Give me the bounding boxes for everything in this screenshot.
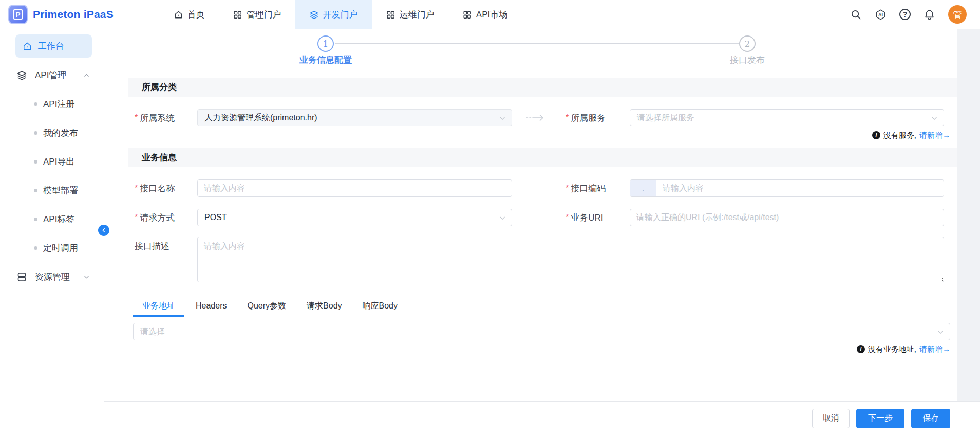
row-method-uri: * 请求方式 POST * 业务URI bbox=[128, 209, 957, 226]
step-2-circle: 2 bbox=[739, 35, 756, 52]
search-icon[interactable] bbox=[850, 9, 862, 21]
nav-item-api-market[interactable]: API市场 bbox=[448, 0, 521, 29]
sidebar-group-label: API管理 bbox=[35, 69, 66, 81]
required-mark: * bbox=[135, 113, 138, 122]
cancel-button[interactable]: 取消 bbox=[812, 409, 850, 428]
api-code-input[interactable] bbox=[656, 180, 944, 196]
sidebar-item-label: API导出 bbox=[43, 156, 74, 168]
chevron-down-icon bbox=[937, 329, 944, 336]
field-label-uri: * 业务URI bbox=[559, 212, 630, 224]
bullet-icon bbox=[34, 102, 37, 106]
nav-actions: AI ? 管 bbox=[850, 5, 980, 24]
tab-response-body[interactable]: 响应Body bbox=[353, 297, 407, 317]
save-button[interactable]: 保存 bbox=[911, 409, 950, 428]
sidebar-collapse-button[interactable] bbox=[98, 225, 109, 236]
home-icon bbox=[22, 41, 32, 51]
sidebar-group-resource-management[interactable]: 资源管理 bbox=[0, 262, 104, 291]
step-1-circle: 1 bbox=[317, 35, 334, 52]
avatar[interactable]: 管 bbox=[948, 5, 967, 24]
grid-icon bbox=[462, 10, 472, 20]
description-textarea[interactable] bbox=[197, 237, 944, 282]
nav-item-label: 管理门户 bbox=[247, 9, 281, 21]
sidebar-item-api-tags[interactable]: API标签 bbox=[0, 205, 104, 233]
system-select[interactable]: 人力资源管理系统(primeton.hr) bbox=[197, 109, 512, 126]
grid-icon bbox=[386, 10, 395, 20]
chevron-down-icon bbox=[499, 214, 506, 222]
add-service-link[interactable]: 请新增→ bbox=[919, 131, 950, 140]
required-mark: * bbox=[566, 213, 569, 222]
row-category: * 所属系统 人力资源管理系统(primeton.hr) * 所属服务 bbox=[128, 109, 957, 126]
database-icon bbox=[16, 271, 27, 282]
tab-business-address[interactable]: 业务地址 bbox=[133, 297, 184, 317]
sidebar-item-scheduled-call[interactable]: 定时调用 bbox=[0, 233, 104, 262]
detail-tabs: 业务地址 Headers Query参数 请求Body 响应Body bbox=[133, 297, 950, 317]
sidebar-item-label: API标签 bbox=[43, 213, 74, 225]
sidebar-group-api-management[interactable]: API管理 bbox=[0, 61, 104, 89]
service-select[interactable]: 请选择所属服务 bbox=[630, 109, 944, 126]
page-gutter bbox=[957, 29, 980, 401]
service-note: i 没有服务, 请新增→ bbox=[128, 130, 957, 140]
add-address-link[interactable]: 请新增→ bbox=[919, 345, 950, 354]
sidebar-item-my-publish[interactable]: 我的发布 bbox=[0, 118, 104, 147]
sidebar-item-workbench[interactable]: 工作台 bbox=[15, 34, 92, 58]
address-note: i 没有业务地址, 请新增→ bbox=[128, 344, 957, 354]
uri-input[interactable] bbox=[630, 209, 944, 226]
sidebar-group-label: 资源管理 bbox=[35, 271, 70, 283]
api-code-field-wrap: . bbox=[630, 179, 944, 197]
next-step-button[interactable]: 下一步 bbox=[856, 409, 904, 428]
method-select[interactable]: POST bbox=[197, 209, 512, 226]
field-label-service: * 所属服务 bbox=[559, 112, 630, 124]
sidebar-item-label: API注册 bbox=[43, 98, 74, 110]
field-label-api-code: * 接口编码 bbox=[559, 183, 630, 194]
row-name-code: * 接口名称 * 接口编码 . bbox=[128, 179, 957, 197]
note-text: 没有服务, bbox=[883, 131, 916, 140]
layers-icon bbox=[309, 10, 319, 20]
sidebar-item-api-register[interactable]: API注册 bbox=[0, 89, 104, 118]
required-mark: * bbox=[135, 213, 138, 222]
step-2-label: 接口发布 bbox=[686, 54, 809, 66]
nav-item-admin-portal[interactable]: 管理门户 bbox=[219, 0, 295, 29]
field-label-description: 接口描述 bbox=[128, 237, 197, 252]
sidebar-item-label: 我的发布 bbox=[43, 127, 78, 139]
sidebar-item-api-export[interactable]: API导出 bbox=[0, 147, 104, 176]
row-description: 接口描述 bbox=[128, 237, 957, 284]
action-footer: 取消 下一步 保存 bbox=[104, 401, 980, 435]
brand-logo[interactable]: P Primeton iPaaS bbox=[0, 5, 114, 24]
sidebar-item-model-deploy[interactable]: 模型部署 bbox=[0, 176, 104, 205]
stepper: 1 2 业务信息配置 接口发布 bbox=[104, 29, 980, 78]
nav-item-label: 运维门户 bbox=[400, 9, 435, 21]
nav-item-home[interactable]: 首页 bbox=[160, 0, 219, 29]
top-navbar: P Primeton iPaaS 首页 管理门户 开发门户 运维门户 bbox=[0, 0, 980, 29]
required-mark: * bbox=[566, 113, 569, 122]
step-connector bbox=[335, 43, 739, 44]
bell-icon[interactable] bbox=[924, 9, 935, 21]
bullet-icon bbox=[34, 246, 37, 250]
api-code-prefix: . bbox=[630, 180, 656, 196]
section-header-business: 业务信息 bbox=[128, 148, 957, 167]
nav-item-ops-portal[interactable]: 运维门户 bbox=[372, 0, 448, 29]
field-label-method: * 请求方式 bbox=[128, 212, 197, 224]
chevron-up-icon bbox=[83, 72, 90, 79]
api-name-input[interactable] bbox=[198, 180, 512, 196]
tab-request-body[interactable]: 请求Body bbox=[297, 297, 351, 317]
layers-icon bbox=[16, 70, 27, 81]
chevron-down-icon bbox=[499, 115, 506, 122]
dashed-arrow-icon bbox=[512, 114, 559, 122]
section-header-category: 所属分类 bbox=[128, 78, 957, 97]
logo-icon: P bbox=[8, 5, 28, 24]
app-window: P Primeton iPaaS 首页 管理门户 开发门户 运维门户 bbox=[0, 0, 980, 435]
tab-headers[interactable]: Headers bbox=[186, 297, 236, 317]
nav-item-dev-portal[interactable]: 开发门户 bbox=[295, 0, 372, 29]
description-field-wrap bbox=[197, 237, 944, 284]
required-mark: * bbox=[135, 184, 138, 193]
required-mark: * bbox=[566, 184, 569, 193]
tab-query-params[interactable]: Query参数 bbox=[238, 297, 295, 317]
note-text: 没有业务地址, bbox=[868, 345, 916, 354]
help-icon[interactable]: ? bbox=[899, 9, 911, 20]
form-card: 所属分类 * 所属系统 人力资源管理系统(primeton.hr) * bbox=[128, 78, 957, 371]
business-address-select[interactable]: 请选择 bbox=[133, 323, 950, 340]
nav-item-label: 开发门户 bbox=[323, 9, 358, 21]
uri-field-wrap bbox=[630, 209, 944, 226]
ai-assistant-icon[interactable]: AI bbox=[875, 9, 887, 21]
primary-nav: 首页 管理门户 开发门户 运维门户 API市场 bbox=[160, 0, 521, 29]
